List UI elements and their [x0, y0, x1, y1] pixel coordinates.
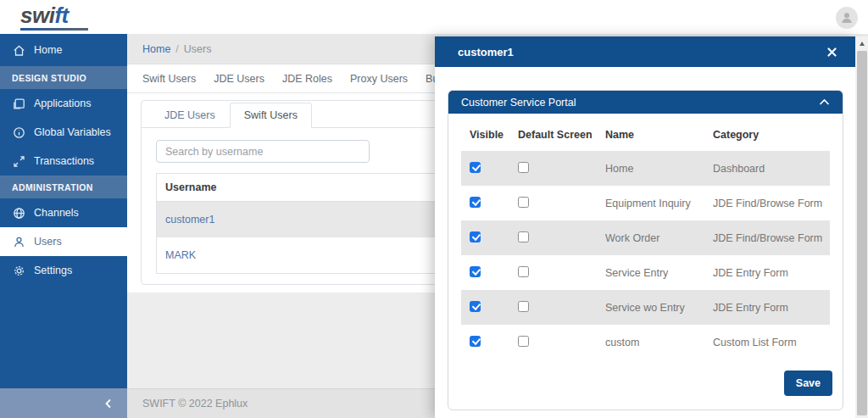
sidebar-item-label: Transactions [34, 155, 94, 167]
top-header: swift [0, 0, 868, 34]
subtab-swift-users[interactable]: Swift Users [230, 103, 312, 128]
default-screen-checkbox[interactable] [518, 162, 529, 173]
logo-text-gray: swi [20, 3, 54, 28]
default-screen-checkbox[interactable] [518, 197, 529, 208]
portal-table-rows: Home Dashboard Equipment Inquiry JDE Fin… [448, 151, 843, 359]
sidebar-section-design-studio: DESIGN STUDIO [0, 66, 127, 89]
logo-text-blue: ft [54, 3, 68, 28]
column-category: Category [713, 129, 830, 141]
expand-arrows-icon [12, 154, 25, 168]
user-detail-title: customer1 [458, 46, 514, 59]
info-circle-icon [12, 125, 25, 139]
logo-underline [20, 28, 88, 31]
tab-jde-roles[interactable]: JDE Roles [282, 65, 332, 92]
portal-card-header[interactable]: Customer Service Portal [448, 91, 843, 114]
portal-card-title: Customer Service Portal [461, 97, 576, 109]
chevron-left-icon [103, 398, 114, 410]
sidebar-collapse-button[interactable] [0, 388, 127, 418]
subtab-jde-users[interactable]: JDE Users [150, 103, 230, 128]
screen-category: JDE Entry Form [713, 302, 830, 314]
sidebar: Home DESIGN STUDIO Applications Global V… [0, 34, 127, 388]
scrollbar-thumb[interactable] [857, 51, 867, 415]
visible-checkbox[interactable] [470, 301, 481, 312]
visible-checkbox[interactable] [470, 162, 481, 173]
portal-row-work-order: Work Order JDE Find/Browse Form [461, 220, 830, 255]
user-icon [12, 235, 25, 248]
swift-logo: swift [20, 3, 88, 31]
sidebar-section-administration: ADMINISTRATION [0, 176, 127, 198]
sidebar-item-label: Users [34, 236, 62, 248]
default-screen-checkbox[interactable] [518, 231, 529, 242]
sidebar-item-label: Global Variables [34, 126, 111, 138]
sidebar-item-home[interactable]: Home [0, 34, 127, 66]
chevron-up-icon [819, 98, 830, 106]
panel-scrollbar[interactable] [855, 36, 868, 418]
screen-name: Service Entry [605, 267, 713, 279]
screen-name: Home [605, 163, 713, 175]
sidebar-item-channels[interactable]: Channels [0, 198, 127, 227]
visible-checkbox[interactable] [470, 197, 481, 208]
user-avatar-icon[interactable] [836, 7, 858, 29]
breadcrumb-separator: / [175, 43, 178, 55]
sidebar-item-transactions[interactable]: Transactions [0, 147, 127, 176]
sidebar-item-label: Home [34, 44, 62, 56]
portal-row-service-entry: Service Entry JDE Entry Form [461, 255, 830, 290]
applications-icon [12, 97, 25, 110]
screen-name: Work Order [605, 232, 713, 244]
screen-category: JDE Entry Form [713, 267, 830, 279]
screen-category: JDE Find/Browse Form [713, 198, 830, 209]
default-screen-checkbox[interactable] [518, 301, 529, 312]
column-visible: Visible [470, 129, 518, 141]
close-icon[interactable] [825, 45, 838, 59]
portal-row-custom: custom Custom List Form [461, 325, 830, 359]
screen-category: Dashboard [713, 163, 830, 175]
sidebar-item-label: Settings [34, 265, 72, 276]
screen-name: custom [605, 337, 713, 348]
visible-checkbox[interactable] [470, 336, 481, 347]
default-screen-checkbox[interactable] [518, 336, 529, 347]
home-icon [12, 43, 25, 57]
visible-checkbox[interactable] [470, 266, 481, 277]
search-username-input[interactable] [156, 140, 370, 163]
portal-row-equipment-inquiry: Equipment Inquiry JDE Find/Browse Form [461, 186, 830, 220]
sidebar-item-applications[interactable]: Applications [0, 89, 127, 118]
copyright-text: SWIFT © 2022 Ephlux [142, 398, 248, 410]
portal-row-home: Home Dashboard [461, 151, 830, 186]
default-screen-checkbox[interactable] [518, 266, 529, 277]
scroll-up-arrow-icon[interactable] [855, 36, 868, 51]
tab-jde-users[interactable]: JDE Users [214, 65, 264, 92]
screen-category: JDE Find/Browse Form [713, 232, 830, 244]
sidebar-item-settings[interactable]: Settings [0, 256, 127, 285]
tab-proxy-users[interactable]: Proxy Users [350, 65, 408, 92]
sidebar-item-users[interactable]: Users [0, 227, 127, 256]
screen-name: Service wo Entry [605, 302, 713, 314]
portal-table-columns: Visible Default Screen Name Category [448, 114, 843, 151]
screen-name: Equipment Inquiry [605, 198, 713, 209]
customer-service-portal-card: Customer Service Portal Visible Default … [448, 90, 843, 410]
breadcrumb-current: Users [184, 43, 212, 55]
screen-category: Custom List Form [713, 337, 830, 348]
tab-swift-users[interactable]: Swift Users [142, 65, 196, 92]
portal-row-service-wo-entry: Service wo Entry JDE Entry Form [461, 290, 830, 325]
globe-icon [12, 206, 25, 220]
visible-checkbox[interactable] [470, 231, 481, 242]
sidebar-item-label: Applications [34, 98, 91, 109]
user-detail-header: customer1 [435, 36, 855, 67]
save-button[interactable]: Save [784, 371, 832, 396]
sidebar-item-global-variables[interactable]: Global Variables [0, 118, 127, 147]
breadcrumb-home-link[interactable]: Home [142, 43, 170, 55]
column-default-screen: Default Screen [518, 129, 605, 141]
sidebar-item-label: Channels [34, 207, 79, 219]
column-name: Name [605, 129, 713, 141]
person-icon [840, 11, 854, 25]
user-detail-panel: customer1 Customer Service Portal Visibl… [435, 36, 855, 418]
gear-icon [12, 264, 25, 277]
